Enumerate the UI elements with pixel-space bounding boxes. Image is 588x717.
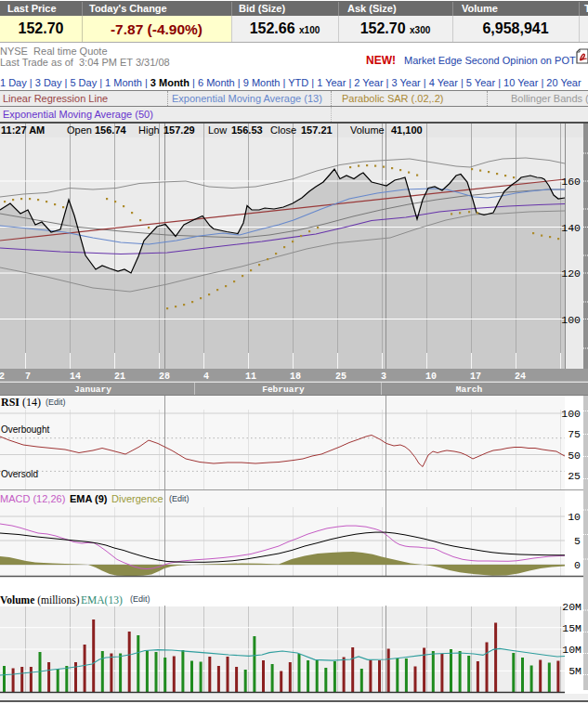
svg-text:January: January	[74, 385, 111, 395]
svg-text:2: 2	[0, 372, 5, 382]
svg-text:EMA(13): EMA(13)	[81, 594, 123, 606]
svg-text:Overbought: Overbought	[1, 424, 49, 435]
svg-text:11:27 AM: 11:27 AM	[1, 124, 45, 136]
svg-text:140: 140	[561, 222, 581, 234]
svg-text:Volume: Volume	[350, 124, 385, 136]
svg-text:157.29: 157.29	[163, 124, 195, 136]
svg-text:Volume (millions): Volume (millions)	[0, 594, 80, 606]
svg-text:(Edit): (Edit)	[169, 494, 189, 503]
svg-text:High: High	[138, 124, 160, 136]
svg-text:0: 0	[574, 559, 581, 571]
svg-text:(Edit): (Edit)	[46, 398, 66, 407]
svg-text:MACD (12,26): MACD (12,26)	[0, 493, 65, 504]
svg-text:100: 100	[561, 314, 581, 326]
svg-text:10: 10	[425, 372, 437, 382]
svg-text:Low: Low	[208, 124, 227, 136]
svg-text:17: 17	[470, 372, 481, 382]
svg-text:10: 10	[568, 511, 581, 523]
svg-text:4: 4	[203, 372, 209, 382]
svg-text:100: 100	[561, 408, 581, 420]
svg-text:25: 25	[568, 470, 581, 482]
svg-text:160: 160	[561, 176, 581, 188]
svg-text:20M: 20M	[562, 601, 581, 613]
svg-text:5: 5	[574, 535, 581, 547]
svg-text:11: 11	[245, 372, 256, 382]
svg-text:14: 14	[70, 372, 81, 382]
svg-text:Open: Open	[67, 124, 92, 136]
svg-text:Divergence: Divergence	[111, 493, 163, 504]
svg-text:3: 3	[381, 372, 386, 382]
svg-text:7: 7	[25, 372, 31, 382]
svg-text:5M: 5M	[568, 665, 581, 677]
svg-text:21: 21	[114, 372, 125, 382]
svg-text:EMA (9): EMA (9)	[70, 493, 108, 504]
svg-text:41,100: 41,100	[391, 124, 423, 136]
svg-text:Oversold: Oversold	[1, 469, 38, 479]
svg-text:25: 25	[335, 372, 346, 382]
svg-text:18: 18	[290, 372, 301, 382]
svg-text:Close: Close	[270, 124, 296, 136]
svg-text:75: 75	[568, 428, 581, 440]
svg-text:157.21: 157.21	[301, 124, 333, 136]
svg-text:10M: 10M	[562, 644, 581, 656]
svg-text:120: 120	[561, 267, 581, 280]
svg-text:RSI (14): RSI (14)	[1, 396, 41, 409]
svg-text:156.74: 156.74	[95, 124, 127, 136]
svg-text:February: February	[262, 385, 305, 395]
svg-text:24: 24	[515, 372, 526, 382]
svg-text:(Edit): (Edit)	[130, 594, 150, 604]
svg-text:March: March	[456, 385, 483, 395]
svg-text:156.53: 156.53	[231, 124, 263, 136]
svg-text:50: 50	[568, 450, 581, 462]
svg-text:15M: 15M	[562, 622, 581, 634]
svg-text:28: 28	[159, 372, 170, 382]
